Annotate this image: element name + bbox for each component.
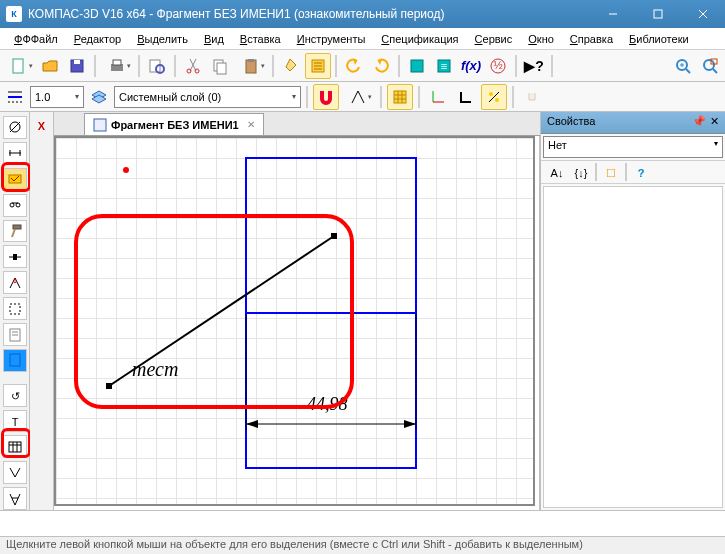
menu-bar: ФФФайл Редактор Выделить Вид Вставка Инс… (0, 28, 725, 50)
save-button[interactable] (64, 53, 90, 79)
select-tool[interactable] (3, 297, 27, 320)
round-button[interactable] (481, 84, 507, 110)
menu-edit[interactable]: Редактор (66, 31, 129, 47)
menu-insert[interactable]: Вставка (232, 31, 289, 47)
hand-pan-button[interactable] (519, 84, 545, 110)
ucs-button[interactable] (425, 84, 451, 110)
maximize-button[interactable] (635, 0, 680, 28)
edit-tool[interactable] (3, 194, 27, 217)
text-tool[interactable]: T (3, 410, 27, 433)
minimize-button[interactable] (590, 0, 635, 28)
zoom-out-button[interactable] (697, 53, 723, 79)
menu-view[interactable]: Вид (196, 31, 232, 47)
layer-combo[interactable]: Системный слой (0) (114, 86, 301, 108)
help-pointer-button[interactable]: ▶? (521, 53, 547, 79)
status-text: Щелкните левой кнопкой мыши на объекте д… (6, 538, 583, 550)
annotations-tool[interactable] (3, 168, 27, 191)
drawing-canvas[interactable]: тест 44,98 (54, 136, 540, 510)
print-button[interactable] (100, 53, 134, 79)
menu-file[interactable]: ФФФайл (6, 31, 66, 47)
svg-text:≡: ≡ (441, 60, 447, 72)
insert-tool[interactable]: ↺ (3, 384, 27, 407)
properties-button[interactable] (305, 53, 331, 79)
status-bar: Щелкните левой кнопкой мыши на объекте д… (0, 536, 725, 554)
properties-header: Свойства 📌✕ (541, 112, 725, 134)
reports-tool[interactable] (3, 349, 27, 372)
svg-rect-73 (246, 313, 416, 468)
svg-text:½: ½ (493, 59, 502, 71)
delete-x-button[interactable]: X (32, 116, 52, 136)
ortho-button[interactable] (453, 84, 479, 110)
snap-options[interactable] (341, 84, 375, 110)
grid-toggle[interactable] (387, 84, 413, 110)
cut-button[interactable] (180, 53, 206, 79)
save-params-button[interactable] (404, 53, 430, 79)
title-bar: К КОМПАС-3D V16 x64 - Фрагмент БЕЗ ИМЕНИ… (0, 0, 725, 28)
variables-button[interactable]: ≡ (431, 53, 457, 79)
property-grid[interactable] (543, 186, 723, 508)
format-painter-button[interactable] (278, 53, 304, 79)
spec-tool[interactable] (3, 323, 27, 346)
svg-rect-71 (94, 119, 106, 131)
copy-button[interactable] (207, 53, 233, 79)
new-doc-button[interactable] (2, 53, 36, 79)
measure-tool[interactable] (3, 271, 27, 294)
style-toolbar: 1.0 Системный слой (0) (0, 82, 725, 112)
zoom-in-button[interactable] (670, 53, 696, 79)
svg-rect-59 (10, 304, 20, 314)
sort-list-button[interactable]: {↓} (571, 163, 591, 183)
menu-select[interactable]: Выделить (129, 31, 196, 47)
hammer-tool[interactable] (3, 220, 27, 243)
svg-point-52 (16, 203, 20, 207)
menu-service[interactable]: Сервис (467, 31, 521, 47)
line-style-button[interactable] (2, 84, 28, 110)
dimensions-tool[interactable] (3, 142, 27, 165)
params-tool[interactable] (3, 245, 27, 268)
lineweight-combo[interactable]: 1.0 (30, 86, 84, 108)
svg-text:T: T (11, 416, 18, 428)
tab-active[interactable]: Фрагмент БЕЗ ИМЕНИ1 ✕ (84, 113, 264, 135)
svg-point-30 (704, 60, 714, 70)
layer-icon[interactable] (86, 84, 112, 110)
svg-rect-6 (74, 60, 80, 64)
undo-button[interactable] (341, 53, 367, 79)
property-tools: A↓ {↓} ☐ ? (541, 160, 725, 184)
tab-close-icon[interactable]: ✕ (247, 119, 255, 130)
svg-point-77 (123, 167, 129, 173)
menu-help[interactable]: Справка (562, 31, 621, 47)
document-tabs: Фрагмент БЕЗ ИМЕНИ1 ✕ (54, 112, 540, 136)
menu-lib[interactable]: Библиотеки (621, 31, 697, 47)
drawing-text-label: тест (132, 358, 178, 381)
snap-toggle[interactable] (313, 84, 339, 110)
property-type-combo[interactable]: Нет (543, 136, 723, 158)
group-button[interactable]: ☐ (601, 163, 621, 183)
left-tool-strip: X (30, 112, 54, 510)
fragment-icon (93, 118, 107, 132)
svg-line-31 (713, 69, 717, 73)
svg-rect-75 (106, 383, 112, 389)
close-button[interactable] (680, 0, 725, 28)
svg-rect-1 (654, 10, 662, 18)
table-tool[interactable] (3, 435, 27, 458)
tab-title: Фрагмент БЕЗ ИМЕНИ1 (111, 119, 239, 131)
svg-rect-63 (10, 354, 20, 366)
calc-button[interactable]: ½ (485, 53, 511, 79)
preview-button[interactable] (144, 53, 170, 79)
open-button[interactable] (37, 53, 63, 79)
menu-spec[interactable]: Спецификация (373, 31, 466, 47)
geometry-tool[interactable] (3, 116, 27, 139)
pin-icon[interactable]: 📌 (692, 115, 706, 130)
paste-button[interactable] (234, 53, 268, 79)
panel-close-icon[interactable]: ✕ (710, 115, 719, 130)
hatch-tool[interactable] (3, 487, 27, 510)
sort-az-button[interactable]: A↓ (547, 163, 567, 183)
redo-button[interactable] (368, 53, 394, 79)
document-area: Фрагмент БЕЗ ИМЕНИ1 ✕ (54, 112, 540, 510)
fx-button[interactable]: f(x) (458, 53, 484, 79)
svg-rect-21 (411, 60, 423, 72)
property-help-button[interactable]: ? (631, 163, 651, 183)
menu-tools[interactable]: Инструменты (289, 31, 374, 47)
svg-rect-54 (13, 225, 21, 229)
leader-tool[interactable] (3, 461, 27, 484)
menu-window[interactable]: Окно (520, 31, 562, 47)
